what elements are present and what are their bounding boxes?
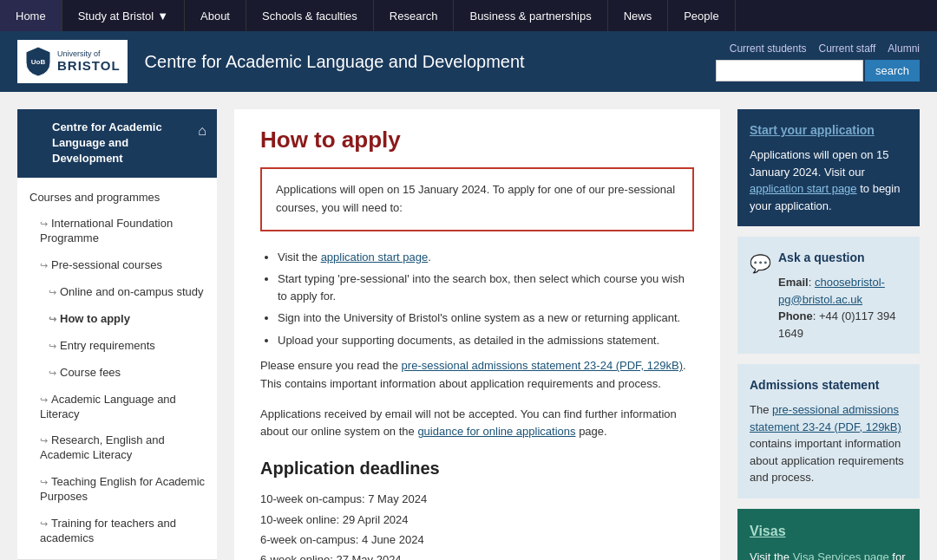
online-guidance-link[interactable]: guidance for online applications — [417, 425, 575, 438]
deadline-4: 6-week online: 27 May 2024 — [260, 550, 694, 560]
nav-schools[interactable]: Schools & faculties — [246, 0, 374, 31]
sidebar-item-online[interactable]: ↪Online and on-campus study — [17, 279, 217, 306]
nav-business[interactable]: Business & partnerships — [454, 0, 607, 31]
para-admissions: Please ensure you read the pre-sessional… — [260, 357, 694, 394]
main-content: How to apply Applications will open on 1… — [234, 109, 720, 560]
deadline-3: 6-week on-campus: 4 June 2024 — [260, 530, 694, 550]
ask-question-title: Ask a question — [778, 249, 908, 267]
start-application-body: Applications will open on 15 January 202… — [750, 147, 908, 214]
nav-home[interactable]: Home — [0, 0, 62, 31]
sidebar-item-training[interactable]: ↪Training for teachers and academics — [17, 511, 217, 552]
sidebar-item-pre-sessional[interactable]: ↪Pre-sessional courses — [17, 252, 217, 279]
home-icon: ⌂ — [198, 121, 206, 140]
nav-people[interactable]: People — [668, 0, 735, 31]
arrow-icon: ↪ — [40, 518, 48, 529]
admissions-statement-link-2[interactable]: pre-sessional admissions statement 23-24… — [750, 403, 901, 433]
top-navigation: Home Study at Bristol ▼ About Schools & … — [0, 0, 937, 31]
dropdown-arrow-icon: ▼ — [157, 10, 168, 23]
para-online: Applications received by email will not … — [260, 406, 694, 442]
page-body: Centre for Academic Language and Develop… — [0, 92, 937, 560]
right-panel: Start your application Applications will… — [737, 109, 920, 560]
ask-email: Email: choosebristol-pg@bristol.ac.uk — [778, 274, 908, 308]
step-1: Visit the application start page. — [278, 249, 694, 266]
visa-services-link[interactable]: Visa Services page — [793, 550, 889, 561]
steps-list: Visit the application start page. Start … — [278, 249, 694, 349]
arrow-icon: ↪ — [49, 368, 56, 378]
visas-title-link[interactable]: Visas — [750, 524, 786, 538]
site-header: UoB University of BRISTOL Centre for Aca… — [0, 31, 937, 92]
site-title: Centre for Academic Language and Develop… — [145, 52, 525, 72]
sidebar-item-ifp[interactable]: ↪International Foundation Programme — [17, 211, 217, 252]
ask-phone: Phone: +44 (0)117 394 1649 — [778, 308, 908, 342]
sidebar-item-teaching[interactable]: ↪Teaching English for Academic Purposes — [17, 469, 217, 511]
nav-research[interactable]: Research — [374, 0, 455, 31]
search-button[interactable]: search — [865, 60, 920, 81]
page-title: How to apply — [260, 127, 694, 153]
admissions-card-title: Admissions statement — [750, 376, 908, 394]
logo-text: University of BRISTOL — [57, 49, 121, 75]
sidebar-item-academic[interactable]: ↪Academic Language and Literacy — [17, 387, 217, 428]
visas-title: Visas — [750, 521, 908, 542]
visas-body: Visit the Visa Services page for pre-ses… — [750, 549, 908, 561]
header-links: Current students Current staff Alumni — [730, 42, 920, 55]
step-4: Upload your supporting documents, as det… — [278, 332, 694, 349]
admissions-statement-link[interactable]: pre-sessional admissions statement 23-24… — [402, 359, 683, 372]
search-bar: search — [716, 60, 920, 81]
header-left: UoB University of BRISTOL Centre for Aca… — [17, 40, 525, 83]
sidebar-title: Centre for Academic Language and Develop… — [52, 120, 198, 167]
arrow-icon: ↪ — [49, 314, 56, 324]
notice-box: Applications will open on 15 January 202… — [260, 167, 694, 231]
sidebar-item-entry[interactable]: ↪Entry requirements — [17, 333, 217, 360]
step-3: Sign into the University of Bristol's on… — [278, 309, 694, 327]
current-staff-link[interactable]: Current staff — [819, 42, 876, 55]
admissions-card-body: The pre-sessional admissions statement 2… — [750, 401, 908, 486]
arrow-icon: ↪ — [40, 394, 48, 405]
svg-text:UoB: UoB — [31, 58, 46, 66]
deadline-2: 10-week online: 29 April 2024 — [260, 510, 694, 530]
ask-row: 💬 Ask a question Email: choosebristol-pg… — [750, 249, 908, 342]
admissions-card: Admissions statement The pre-sessional a… — [737, 364, 920, 498]
header-right: Current students Current staff Alumni se… — [716, 42, 920, 81]
nav-about[interactable]: About — [185, 0, 246, 31]
deadline-1: 10-week on-campus: 7 May 2024 — [260, 489, 694, 509]
ask-question-card: 💬 Ask a question Email: choosebristol-pg… — [737, 237, 920, 354]
sidebar-item-courses[interactable]: Courses and programmes — [17, 185, 217, 212]
deadline-list: 10-week on-campus: 7 May 2024 10-week on… — [260, 489, 694, 560]
application-start-page-link-2[interactable]: application start page — [750, 182, 857, 195]
chat-icon: 💬 — [750, 251, 771, 277]
current-students-link[interactable]: Current students — [730, 42, 807, 55]
arrow-icon: ↪ — [40, 218, 48, 229]
step-2: Start typing 'pre-sessional' into the se… — [278, 270, 694, 304]
start-application-title-link[interactable]: Start your application — [750, 123, 875, 137]
arrow-icon: ↪ — [40, 477, 48, 487]
alumni-link[interactable]: Alumni — [888, 42, 920, 55]
application-start-page-link-1[interactable]: application start page — [321, 251, 429, 264]
sidebar-section-courses: Courses and programmes ↪International Fo… — [17, 178, 217, 560]
arrow-icon: ↪ — [49, 287, 56, 297]
arrow-icon: ↪ — [49, 341, 56, 351]
visas-card: Visas Visit the Visa Services page for p… — [737, 509, 920, 561]
arrow-icon: ↪ — [40, 260, 48, 270]
deadlines-heading: Application deadlines — [260, 459, 694, 479]
nav-study[interactable]: Study at Bristol ▼ — [62, 0, 185, 31]
ask-content: Ask a question Email: choosebristol-pg@b… — [778, 249, 908, 342]
nav-news[interactable]: News — [608, 0, 669, 31]
logo-box: UoB University of BRISTOL — [17, 40, 128, 83]
sidebar-item-research-english[interactable]: ↪Research, English and Academic Literacy — [17, 427, 217, 469]
sidebar: Centre for Academic Language and Develop… — [17, 109, 217, 560]
sidebar-header[interactable]: Centre for Academic Language and Develop… — [17, 109, 217, 178]
sidebar-item-how-to-apply[interactable]: ↪How to apply — [17, 306, 217, 333]
sidebar-item-fees[interactable]: ↪Course fees — [17, 360, 217, 387]
start-application-title: Start your application — [750, 121, 908, 140]
logo-area[interactable]: UoB University of BRISTOL — [17, 40, 128, 83]
search-input[interactable] — [716, 60, 863, 81]
arrow-icon: ↪ — [40, 435, 48, 446]
start-application-card: Start your application Applications will… — [737, 109, 920, 226]
shield-icon: UoB — [24, 45, 52, 78]
